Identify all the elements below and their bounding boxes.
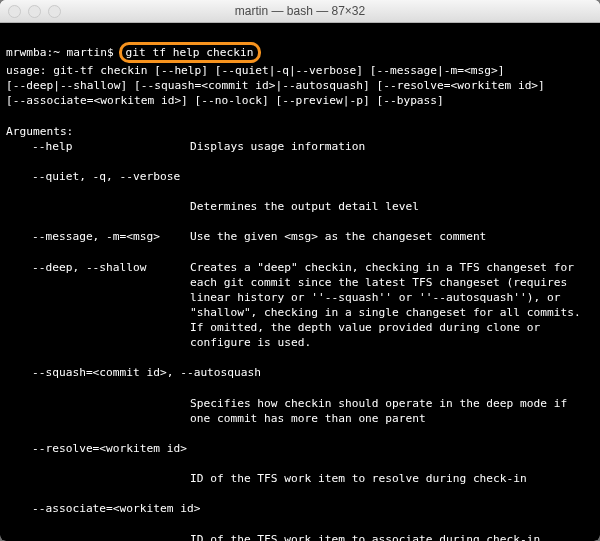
window-controls [8, 5, 61, 18]
arg-row: --quiet, -q, --verbose [6, 169, 594, 184]
highlighted-command: git tf help checkin [119, 42, 261, 63]
minimize-icon[interactable] [28, 5, 41, 18]
zoom-icon[interactable] [48, 5, 61, 18]
arg-row: --message, -m=<msg>Use the given <msg> a… [6, 229, 594, 244]
arg-desc [182, 169, 594, 184]
prompt-host: mrwmba:~ martin$ [6, 46, 121, 59]
arg-desc: Specifies how checkin should operate in … [6, 396, 594, 426]
arg-desc: ID of the TFS work item to resolve durin… [6, 471, 594, 486]
arg-row: --resolve=<workitem id> [6, 441, 594, 456]
arg-desc: Creates a "deep" checkin, checking in a … [182, 260, 594, 351]
arg-flag: --squash=<commit id>, --autosquash [6, 365, 261, 380]
arg-desc: Determines the output detail level [6, 199, 594, 214]
terminal-body[interactable]: mrwmba:~ martin$ git tf help checkin usa… [0, 23, 600, 541]
arg-row: --deep, --shallowCreates a "deep" checki… [6, 260, 594, 351]
arg-desc: Use the given <msg> as the changeset com… [182, 229, 594, 244]
arg-flag: --resolve=<workitem id> [6, 441, 187, 456]
arg-desc: Displays usage information [182, 139, 594, 154]
usage-line-2: [--deep|--shallow] [--squash=<commit id>… [6, 79, 545, 92]
arg-flag: --deep, --shallow [6, 260, 182, 351]
terminal-window: martin — bash — 87×32 mrwmba:~ martin$ g… [0, 0, 600, 541]
arg-row: --helpDisplays usage information [6, 139, 594, 154]
arg-flag: --help [6, 139, 182, 154]
arg-flag: --associate=<workitem id> [6, 501, 200, 516]
arg-flag: --message, -m=<msg> [6, 229, 182, 244]
close-icon[interactable] [8, 5, 21, 18]
usage-line-1: usage: git-tf checkin [--help] [--quiet|… [6, 64, 504, 77]
arguments-header: Arguments: [6, 125, 73, 138]
arg-flag: --quiet, -q, --verbose [6, 169, 182, 184]
prompt-line-1: mrwmba:~ martin$ git tf help checkin [6, 46, 261, 59]
window-title: martin — bash — 87×32 [235, 4, 365, 18]
arg-row: --squash=<commit id>, --autosquash [6, 365, 594, 380]
command-text: git tf help checkin [126, 46, 254, 59]
usage-line-3: [--associate=<workitem id>] [--no-lock] … [6, 94, 444, 107]
titlebar[interactable]: martin — bash — 87×32 [0, 0, 600, 23]
arg-desc: ID of the TFS work item to associate dur… [6, 532, 594, 541]
arg-row: --associate=<workitem id> [6, 501, 594, 516]
